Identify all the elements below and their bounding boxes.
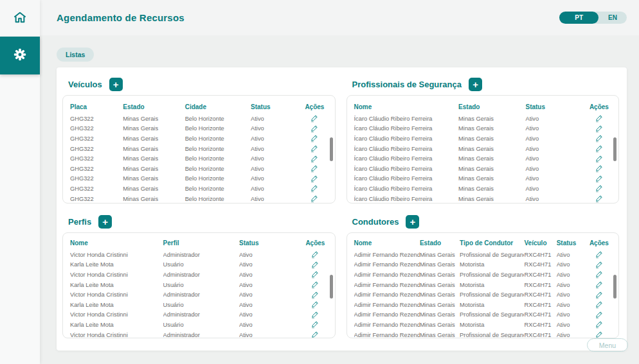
edit-icon[interactable] [586,144,612,153]
table-cell: Victor Honda Cristinni [70,252,163,258]
table-cell: Ícaro Cláudio Ribeiro Ferreira [354,135,459,142]
table-cell: Ativo [525,196,586,202]
edit-icon[interactable] [301,195,328,203]
table-cell: Adimir Fernando Rezende [354,302,420,308]
edit-icon[interactable] [301,175,328,183]
edit-icon[interactable] [302,331,328,338]
edit-icon[interactable] [586,125,612,133]
table-cell: RXC4H71 [524,302,556,308]
breadcrumb[interactable]: Listas [57,48,94,62]
table-cell: Ativo [239,252,302,258]
edit-icon[interactable] [586,270,612,279]
edit-icon[interactable] [586,134,612,143]
add-driver-button[interactable]: + [406,215,419,229]
edit-icon[interactable] [586,291,612,299]
table-cell: Karla Leite Mota [70,302,163,308]
column-header: Nome [354,103,459,110]
edit-icon[interactable] [586,164,612,173]
table-cell: Ícaro Cláudio Ribeiro Ferreira [354,116,459,122]
column-header: Ações [301,103,328,110]
table-row: Adimir Fernando RezendeMinas GeraisMotor… [354,260,613,270]
profiles-scrollbar[interactable] [330,275,333,299]
add-security-professional-button[interactable]: + [469,78,482,91]
panel-condutores: Condutores + NomeEstadoTipo de CondutorV… [346,204,620,338]
table-cell: Profissional de Segurança [460,332,524,338]
edit-icon[interactable] [302,281,328,289]
table-cell: Belo Horizonte [185,135,251,142]
edit-icon[interactable] [301,114,328,123]
table-cell: GHG322 [70,155,123,162]
table-cell: Motorista [460,282,524,288]
add-vehicle-button[interactable]: + [109,78,123,91]
edit-icon[interactable] [301,184,328,193]
edit-icon[interactable] [586,320,612,329]
table-cell: Minas Gerais [458,155,525,162]
panel-title: Condutores [352,217,399,227]
add-profile-button[interactable]: + [98,215,112,229]
column-header: Cidade [185,103,251,110]
table-cell: Minas Gerais [420,261,460,268]
column-header: Nome [354,239,420,247]
gear-icon [13,48,27,64]
table-cell: GHG322 [70,166,123,172]
edit-icon[interactable] [301,125,328,133]
table-cell: Minas Gerais [458,146,525,152]
security-professionals-scrollbar[interactable] [613,137,616,161]
column-header: Estado [123,103,184,110]
column-header: Status [251,103,301,110]
table-cell: Minas Gerais [420,291,460,298]
table-cell: Minas Gerais [123,186,184,192]
table-row: Adimir Fernando RezendeMinas GeraisProfi… [354,330,613,338]
table-cell: Ativo [525,135,586,142]
edit-icon[interactable] [302,300,328,309]
drivers-scrollbar[interactable] [613,275,616,299]
edit-icon[interactable] [302,270,328,279]
edit-icon[interactable] [301,144,328,153]
table-cell: Belo Horizonte [185,196,251,202]
sidebar-item-home[interactable] [0,0,40,37]
edit-icon[interactable] [301,155,328,163]
edit-icon[interactable] [301,164,328,173]
table-cell: Ativo [557,272,586,278]
edit-icon[interactable] [586,300,612,309]
edit-icon[interactable] [586,331,612,338]
table-cell: Minas Gerais [123,116,184,122]
table-cell: Minas Gerais [420,311,460,318]
edit-icon[interactable] [302,311,328,319]
page-title: Agendamento de Recursos [57,12,184,23]
table-cell: GHG322 [70,146,123,152]
edit-icon[interactable] [586,261,612,269]
table-cell: Minas Gerais [458,175,525,182]
menu-button[interactable]: Menu [587,338,628,352]
column-header: Perfil [163,239,239,247]
table-cell: Usuário [163,261,239,268]
edit-icon[interactable] [302,250,328,259]
table-row: Victor Honda CristinniAdministradorAtivo [70,330,328,338]
edit-icon[interactable] [586,281,612,289]
panel-profissionais: Profissionais de Segurança + NomeEstadoS… [346,74,620,204]
table-cell: Ativo [525,155,586,162]
vehicles-scrollbar[interactable] [330,137,333,161]
panel-title: Veículos [68,80,102,89]
edit-icon[interactable] [586,250,612,259]
edit-icon[interactable] [301,134,328,143]
table-cell: Ativo [525,186,586,192]
edit-icon[interactable] [586,311,612,319]
panel-veiculos: Veículos + PlacaEstadoCidadeStatusAções … [62,74,336,204]
sidebar-item-settings[interactable] [0,37,40,74]
language-en-button[interactable]: EN [598,14,627,21]
table-cell: Ativo [251,166,301,172]
language-pt-button[interactable]: PT [559,12,598,24]
edit-icon[interactable] [586,195,612,203]
edit-icon[interactable] [586,155,612,163]
table-cell: Minas Gerais [458,116,525,122]
edit-icon[interactable] [586,184,612,193]
table-cell: RXC4H71 [524,261,556,268]
table-cell: Ativo [239,311,302,318]
edit-icon[interactable] [302,291,328,299]
edit-icon[interactable] [302,320,328,329]
edit-icon[interactable] [586,175,612,183]
edit-icon[interactable] [586,114,612,123]
table-row: Karla Leite MotaUsuárioAtivo [70,300,328,310]
edit-icon[interactable] [302,261,328,269]
